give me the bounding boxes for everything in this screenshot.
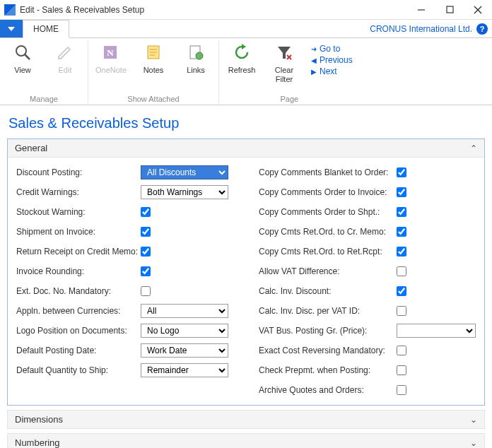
copy-order-shpt-checkbox[interactable] bbox=[397, 207, 406, 217]
previous-link[interactable]: ◀Previous bbox=[311, 55, 353, 65]
view-button[interactable]: View bbox=[6, 41, 40, 75]
calc-inv-disc-vat-label: Calc. Inv. Disc. per VAT ID: bbox=[259, 306, 397, 316]
tab-home-label: HOME bbox=[33, 24, 59, 34]
appln-currencies-label: Appln. between Currencies: bbox=[16, 306, 141, 316]
allow-vat-diff-checkbox[interactable] bbox=[397, 266, 406, 276]
nav-link-group: ➜Go to ◀Previous ▶Next bbox=[310, 41, 354, 79]
clear-filter-button[interactable]: Clear Filter bbox=[267, 41, 301, 83]
triangle-left-icon: ◀ bbox=[311, 57, 317, 64]
archive-quotes-label: Archive Quotes and Orders: bbox=[259, 385, 397, 395]
invoice-rounding-label: Invoice Rounding: bbox=[16, 266, 141, 276]
logo-position-select[interactable]: No Logo bbox=[141, 324, 228, 338]
svg-marker-4 bbox=[8, 27, 15, 31]
close-button[interactable] bbox=[464, 0, 492, 20]
copy-blanket-order-label: Copy Comments Blanket to Order: bbox=[259, 167, 397, 177]
section-dimensions: Dimensions ⌄ bbox=[7, 410, 485, 429]
svg-text:N: N bbox=[107, 47, 114, 58]
section-header-dimensions[interactable]: Dimensions ⌄ bbox=[7, 410, 485, 429]
check-prepmt-label: Check Prepmt. when Posting: bbox=[259, 365, 397, 375]
copy-order-invoice-checkbox[interactable] bbox=[397, 187, 406, 197]
credit-warnings-label: Credit Warnings: bbox=[16, 187, 141, 197]
ribbon-tabs: HOME CRONUS International Ltd. ? bbox=[0, 20, 492, 38]
ribbon: View Edit Manage N OneNote bbox=[0, 38, 492, 105]
shipment-on-invoice-label: Shipment on Invoice: bbox=[16, 227, 141, 237]
copy-retord-retrcpt-label: Copy Cmts Ret.Ord. to Ret.Rcpt: bbox=[259, 247, 397, 257]
refresh-button[interactable]: Refresh bbox=[225, 41, 259, 75]
vat-bus-posting-select[interactable] bbox=[397, 324, 476, 338]
archive-quotes-checkbox[interactable] bbox=[397, 385, 406, 395]
ext-doc-mandatory-label: Ext. Doc. No. Mandatory: bbox=[16, 286, 141, 296]
exact-cost-reversing-label: Exact Cost Reversing Mandatory: bbox=[259, 346, 397, 355]
refresh-icon bbox=[230, 41, 253, 64]
default-qty-ship-label: Default Quantity to Ship: bbox=[16, 365, 141, 375]
section-general: General ⌃ Discount Posting: All Discount… bbox=[7, 138, 485, 406]
return-receipt-label: Return Receipt on Credit Memo: bbox=[16, 247, 141, 257]
section-numbering: Numbering ⌄ bbox=[7, 433, 485, 448]
default-posting-date-select[interactable]: Work Date bbox=[141, 343, 228, 358]
links-icon bbox=[184, 41, 207, 64]
svg-line-6 bbox=[25, 54, 30, 59]
allow-vat-diff-label: Allow VAT Difference: bbox=[259, 266, 397, 276]
triangle-right-icon: ▶ bbox=[311, 68, 317, 76]
chevron-down-icon: ⌄ bbox=[470, 438, 477, 448]
invoice-rounding-checkbox[interactable] bbox=[141, 266, 151, 276]
help-icon[interactable]: ? bbox=[476, 23, 488, 35]
logo-position-label: Logo Position on Documents: bbox=[16, 326, 141, 336]
discount-posting-select[interactable]: All Discounts bbox=[141, 165, 228, 179]
funnel-icon bbox=[273, 41, 295, 64]
copy-order-shpt-label: Copy Comments Order to Shpt.: bbox=[259, 207, 397, 217]
edit-button[interactable]: Edit bbox=[48, 41, 82, 75]
chevron-down-icon: ⌄ bbox=[470, 415, 477, 425]
stockout-warning-label: Stockout Warning: bbox=[16, 207, 141, 217]
return-receipt-checkbox[interactable] bbox=[141, 247, 151, 257]
ribbon-group-attached: N OneNote Notes Links Show Attached bbox=[88, 41, 219, 103]
title-bar: Edit - Sales & Receivables Setup bbox=[0, 0, 492, 20]
shipment-on-invoice-checkbox[interactable] bbox=[141, 227, 151, 237]
onenote-button[interactable]: N OneNote bbox=[94, 41, 128, 75]
pencil-icon bbox=[54, 41, 76, 64]
notes-button[interactable]: Notes bbox=[136, 41, 170, 75]
minimize-button[interactable] bbox=[407, 0, 435, 20]
onenote-icon: N bbox=[100, 41, 122, 64]
ribbon-group-page: Refresh Clear Filter ➜Go to ◀Previous ▶N… bbox=[219, 41, 360, 103]
company-name: CRONUS International Ltd. ? bbox=[370, 20, 492, 37]
maximize-button[interactable] bbox=[435, 0, 464, 20]
svg-point-5 bbox=[16, 46, 26, 56]
svg-point-15 bbox=[196, 52, 203, 59]
appln-currencies-select[interactable]: All bbox=[141, 304, 228, 318]
copy-retord-retrcpt-checkbox[interactable] bbox=[397, 247, 406, 257]
links-button[interactable]: Links bbox=[179, 41, 213, 75]
file-tab[interactable] bbox=[0, 20, 23, 37]
calc-inv-disc-checkbox[interactable] bbox=[397, 286, 406, 296]
check-prepmt-checkbox[interactable] bbox=[397, 365, 406, 375]
app-icon bbox=[4, 4, 16, 16]
copy-blanket-order-checkbox[interactable] bbox=[397, 167, 406, 177]
tab-home[interactable]: HOME bbox=[23, 20, 69, 38]
default-qty-ship-select[interactable]: Remainder bbox=[141, 363, 228, 377]
section-header-numbering[interactable]: Numbering ⌄ bbox=[7, 433, 485, 448]
credit-warnings-select[interactable]: Both Warnings bbox=[141, 185, 228, 199]
goto-link[interactable]: ➜Go to bbox=[311, 44, 353, 54]
copy-retord-crmemo-label: Copy Cmts Ret.Ord. to Cr. Memo: bbox=[259, 227, 397, 237]
exact-cost-reversing-checkbox[interactable] bbox=[397, 346, 406, 355]
calc-inv-disc-vat-checkbox[interactable] bbox=[397, 306, 406, 316]
default-posting-date-label: Default Posting Date: bbox=[16, 346, 141, 355]
arrow-right-icon: ➜ bbox=[311, 45, 317, 53]
content-area: Sales & Receivables Setup General ⌃ Disc… bbox=[0, 105, 492, 448]
svg-rect-1 bbox=[447, 6, 453, 13]
ribbon-group-manage: View Edit Manage bbox=[0, 41, 88, 103]
calc-inv-disc-label: Calc. Inv. Discount: bbox=[259, 286, 397, 296]
next-link[interactable]: ▶Next bbox=[311, 66, 353, 76]
chevron-up-icon: ⌃ bbox=[470, 143, 477, 153]
svg-marker-7 bbox=[59, 47, 70, 59]
ext-doc-mandatory-checkbox[interactable] bbox=[141, 286, 151, 296]
copy-retord-crmemo-checkbox[interactable] bbox=[397, 227, 406, 237]
window-title: Edit - Sales & Receivables Setup bbox=[20, 5, 144, 15]
discount-posting-label: Discount Posting: bbox=[16, 167, 141, 177]
magnifier-icon bbox=[11, 41, 34, 64]
svg-marker-16 bbox=[242, 44, 246, 49]
section-header-general[interactable]: General ⌃ bbox=[8, 139, 484, 158]
stockout-warning-checkbox[interactable] bbox=[141, 207, 151, 217]
copy-order-invoice-label: Copy Comments Order to Invoice: bbox=[259, 187, 397, 197]
notes-icon bbox=[142, 41, 165, 64]
